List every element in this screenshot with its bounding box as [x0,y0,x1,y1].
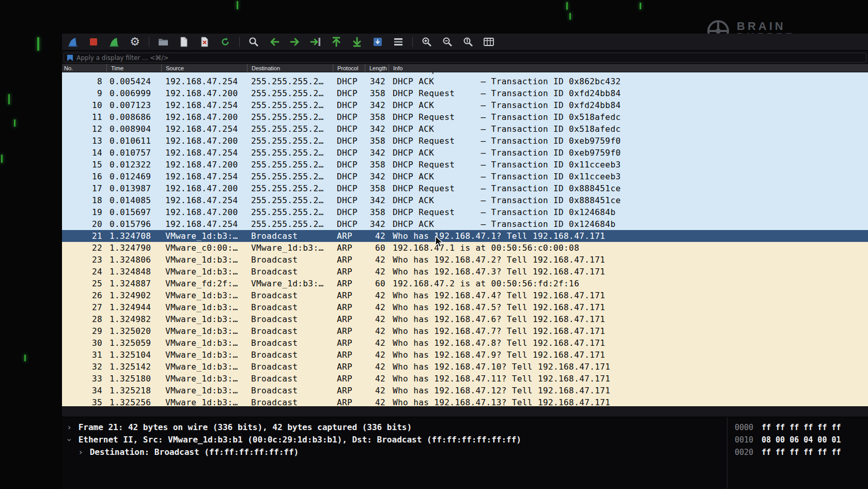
zoom-out-button[interactable] [439,35,456,49]
pane-divider[interactable] [62,406,868,417]
packet-row[interactable]: 160.012469192.168.47.254255.255.255.2…DH… [62,171,868,182]
cell-info: 192.168.47.1 is at 00:50:56:c0:00:08 [389,242,868,254]
packet-row[interactable]: 341.325218VMware_1d:b3:…BroadcastARP42Wh… [62,385,868,396]
packet-row[interactable]: 301.325059VMware_1d:b3:…BroadcastARP42Wh… [62,337,868,349]
reload-file-button[interactable] [216,35,234,49]
packet-row[interactable]: 170.013987192.168.47.200255.255.255.2…DH… [62,182,868,194]
cell-len: 42 [365,361,389,373]
column-header-destination[interactable]: Destination [247,64,333,72]
cell-info: DHCP ACK – Transaction ID 0x518afedc [389,123,868,135]
packet-row[interactable]: 200.015796192.168.47.254255.255.255.2…DH… [62,218,868,230]
cell-len: 342 [365,75,389,87]
filter-bookmark-icon [67,54,73,62]
colorize-button[interactable] [390,35,407,49]
cell-time: 0.012469 [106,171,161,182]
detail-row[interactable]: › Ethernet II, Src: VMware_1d:b3:b1 (00:… [65,434,727,446]
display-filter-input[interactable]: Apply a display filter ... <⌘/> [64,53,866,63]
packet-row[interactable]: 150.012322192.168.47.200255.255.255.2…DH… [62,159,868,171]
column-header-source[interactable]: Source [161,64,247,72]
packet-row[interactable]: 321.325142VMware_1d:b3:…BroadcastARP42Wh… [62,361,868,373]
detail-row[interactable]: › Frame 21: 42 bytes on wire (336 bits),… [65,421,727,434]
column-header-info[interactable]: Info [389,64,868,72]
decor-mark [37,37,39,51]
cell-info: DHCP ACK – Transaction ID 0xeb9759f0 [389,147,868,159]
packet-row[interactable]: 251.324887VMware_fd:2f:…VMware_1d:b3:…AR… [62,278,868,289]
hex-bytes: ff ff ff ff ff ff [762,448,841,457]
packet-row[interactable]: 271.324944VMware_1d:b3:…BroadcastARP42Wh… [62,301,868,313]
cell-no: 14 [62,147,106,159]
packet-row[interactable]: 80.005424192.168.47.254255.255.255.2…DHC… [62,75,868,87]
cell-dst: Broadcast [247,337,333,349]
hex-row[interactable]: 0000ff ff ff ff ff ff [735,421,868,434]
chevron-right-icon[interactable]: › [76,446,85,459]
close-file-button[interactable] [196,35,213,49]
cell-time: 0.014085 [106,194,161,206]
packet-row[interactable]: 221.324790VMware_c0:00:…VMware_1d:b3:…AR… [62,242,868,254]
packet-row[interactable]: 110.008686192.168.47.200255.255.255.2…DH… [62,111,868,123]
cell-dst: VMware_1d:b3:… [247,242,333,254]
packet-row[interactable]: 180.014085192.168.47.254255.255.255.2…DH… [62,194,868,206]
packet-row[interactable]: 90.006999192.168.47.200255.255.255.2…DHC… [62,87,868,99]
packet-row[interactable]: 190.015697192.168.47.200255.255.255.2…DH… [62,206,868,218]
cell-info: Who has 192.168.47.12? Tell 192.168.47.1… [389,385,868,396]
find-packet-button[interactable] [245,35,262,49]
packet-row[interactable]: 231.324806VMware_1d:b3:…BroadcastARP42Wh… [62,254,868,266]
packet-row[interactable]: 100.007123192.168.47.254255.255.255.2…DH… [62,99,868,111]
packet-row[interactable]: 241.324848VMware_1d:b3:…BroadcastARP42Wh… [62,266,868,278]
packet-row[interactable]: 351.325256VMware_1d:b3:…BroadcastARP42Wh… [62,396,868,406]
cell-no: 12 [62,123,106,135]
stop-capture-button[interactable] [85,35,102,49]
arrow-into-page-icon [310,36,321,48]
cell-dst: Broadcast [247,313,333,325]
detail-row[interactable]: › Destination: Broadcast (ff:ff:ff:ff:ff… [65,446,727,459]
cell-time: 1.325142 [106,361,161,373]
column-header-protocol[interactable]: Protocol [333,64,365,72]
packet-row-selected[interactable]: 211.324708VMware_1d:b3:…BroadcastARP42Wh… [62,230,868,242]
column-header-time[interactable]: Time [106,64,161,72]
go-back-button[interactable] [266,35,283,49]
packet-row[interactable]: 311.325104VMware_1d:b3:…BroadcastARP42Wh… [62,349,868,361]
chevron-right-icon[interactable]: › [65,421,73,434]
cell-info: DHCP Request – Transaction ID 0xfd24bb84 [389,87,868,99]
save-file-button[interactable] [175,35,193,49]
toolbar-separator [149,37,149,47]
cell-no: 31 [62,349,106,361]
hex-row[interactable]: 0020ff ff ff ff ff ff [735,446,868,459]
hex-offset: 0020 [735,446,762,459]
column-header-length[interactable]: Length [365,64,389,72]
packet-row[interactable]: 130.010611192.168.47.200255.255.255.2…DH… [62,135,868,147]
go-to-packet-button[interactable] [307,35,324,49]
packet-row[interactable]: 261.324902VMware_1d:b3:…BroadcastARP42Wh… [62,289,868,301]
cell-dst: Broadcast [247,373,333,385]
packet-row[interactable]: 140.010757192.168.47.254255.255.255.2…DH… [62,147,868,159]
cell-src: VMware_1d:b3:… [161,301,247,313]
packet-row[interactable]: 331.325180VMware_1d:b3:…BroadcastARP42Wh… [62,373,868,385]
cell-no: 27 [62,301,106,313]
cell-info: Who has 192.168.47.1? Tell 192.168.47.17… [389,230,868,242]
capture-options-button[interactable]: ⚙ [126,35,144,49]
stop-square-icon [88,36,99,48]
hex-row[interactable]: 001008 00 06 04 00 01 [735,434,868,446]
restart-capture-button[interactable] [105,35,123,49]
packet-row[interactable]: 281.324982VMware_1d:b3:…BroadcastARP42Wh… [62,313,868,325]
open-file-button[interactable] [154,35,172,49]
zoom-normal-button[interactable] [459,35,477,49]
cell-proto: ARP [333,289,365,301]
cell-src: VMware_1d:b3:… [161,266,247,278]
chevron-down-icon[interactable]: › [65,436,75,444]
cell-src: 192.168.47.254 [161,218,247,230]
cell-no: 35 [62,396,106,406]
go-first-packet-button[interactable] [328,35,345,49]
cell-proto: DHCP [333,159,365,171]
packet-row[interactable]: 120.008904192.168.47.254255.255.255.2…DH… [62,123,868,135]
packet-row[interactable]: 291.325020VMware_1d:b3:…BroadcastARP42Wh… [62,325,868,337]
cell-src: VMware_1d:b3:… [161,373,247,385]
column-header-no[interactable]: No. [62,64,106,72]
detail-text: Ethernet II, Src: VMware_1d:b3:b1 (00:0c… [73,435,521,445]
auto-scroll-button[interactable] [369,35,386,49]
resize-columns-button[interactable] [480,35,498,49]
go-last-packet-button[interactable] [348,35,366,49]
start-capture-button[interactable] [64,35,82,49]
zoom-in-button[interactable] [418,35,436,49]
go-forward-button[interactable] [286,35,304,49]
